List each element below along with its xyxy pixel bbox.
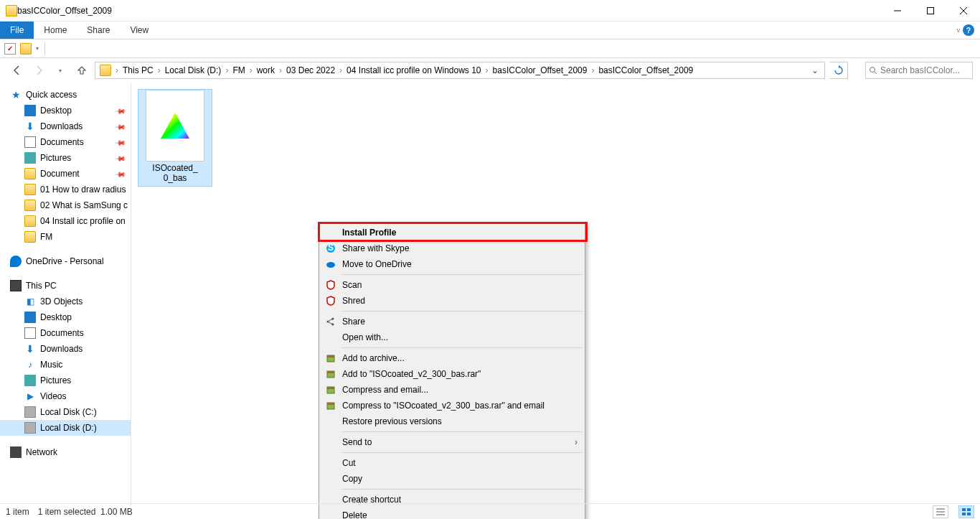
breadcrumb-segment[interactable]: 03 Dec 2022 (283, 65, 338, 75)
sidebar-item-videos[interactable]: ▶Videos (0, 388, 131, 404)
sidebar-quick-access[interactable]: ★ Quick access (0, 87, 131, 103)
view-details-button[interactable] (933, 505, 948, 518)
tab-view[interactable]: View (120, 22, 159, 39)
svg-rect-24 (962, 508, 966, 511)
chevron-right-icon[interactable]: › (338, 65, 344, 75)
sidebar-network[interactable]: Network (0, 444, 131, 460)
maximize-button[interactable] (914, 0, 947, 22)
tab-file[interactable]: File (0, 22, 34, 39)
menu-share-skype[interactable]: SShare with Skype (321, 240, 583, 256)
menu-compress-email[interactable]: Compress and email... (321, 382, 583, 398)
menu-send-to[interactable]: Send to› (321, 434, 583, 450)
chevron-right-icon[interactable]: › (114, 65, 120, 75)
menu-scan[interactable]: Scan (321, 277, 583, 293)
sidebar-item-documents[interactable]: Documents📌 (0, 134, 131, 150)
new-folder-qat-icon[interactable] (20, 43, 32, 55)
menu-cut[interactable]: Cut (321, 455, 583, 471)
menu-label: Install Profile (342, 228, 396, 238)
sidebar-item-label: Desktop (40, 106, 72, 116)
properties-qat-icon[interactable]: ✓ (4, 43, 16, 55)
nav-forward-button[interactable] (30, 62, 47, 79)
sidebar-item-label: Pictures (40, 153, 71, 163)
sidebar-item-folder[interactable]: 02 What is SamSung c (0, 197, 131, 213)
skype-icon: S (325, 243, 336, 254)
pictures-icon (24, 152, 36, 164)
breadcrumb-segment[interactable]: work (254, 65, 278, 75)
file-item-icc-profile[interactable]: ISOcoated_0_bas (138, 90, 212, 186)
breadcrumb-segment[interactable]: FM (230, 65, 248, 75)
search-input[interactable]: Search basICColor... (865, 62, 973, 79)
search-icon (869, 66, 877, 75)
nav-recent-dropdown[interactable]: ▾ (52, 62, 69, 79)
menu-install-profile[interactable]: Install Profile (321, 225, 583, 240)
file-label: ISOcoated_0_bas (138, 163, 212, 186)
breadcrumb-segment[interactable]: 04 Install icc profile on Windows 10 (344, 65, 484, 75)
menu-restore-versions[interactable]: Restore previous versions (321, 413, 583, 429)
winrar-icon (325, 384, 336, 396)
menu-open-with[interactable]: Open with... (321, 329, 583, 345)
menu-compress-rar-email[interactable]: Compress to "ISOcoated_v2_300_bas.rar" a… (321, 398, 583, 413)
breadcrumb-segment[interactable]: basICColor_Offset_2009 (595, 65, 696, 75)
3d-objects-icon: ◧ (24, 296, 36, 307)
folder-icon (6, 5, 17, 17)
menu-label: Compress and email... (342, 385, 428, 395)
menu-move-onedrive[interactable]: Move to OneDrive (321, 256, 583, 272)
sidebar-item-desktop[interactable]: Desktop📌 (0, 103, 131, 118)
chevron-right-icon[interactable]: › (248, 65, 254, 75)
view-icons-button[interactable] (958, 505, 974, 518)
sidebar-item-downloads[interactable]: ⬇Downloads📌 (0, 118, 131, 134)
sidebar-this-pc[interactable]: This PC (0, 278, 131, 294)
svg-rect-25 (967, 508, 971, 511)
sidebar-item-folder[interactable]: FM (0, 229, 131, 245)
svg-point-12 (332, 324, 334, 326)
sidebar-item-label: Downloads (40, 344, 83, 354)
svg-rect-14 (327, 355, 334, 357)
menu-add-archive[interactable]: Add to archive... (321, 350, 583, 366)
sidebar-item-drive-d[interactable]: Local Disk (D:) (0, 420, 131, 436)
breadcrumb[interactable]: › This PC › Local Disk (D:) › FM › work … (95, 62, 825, 79)
close-button[interactable] (947, 0, 980, 22)
sidebar-item-3d-objects[interactable]: ◧3D Objects (0, 294, 131, 309)
sidebar-item-desktop[interactable]: Desktop (0, 309, 131, 325)
sidebar-item-label: Document (40, 169, 80, 179)
minimize-button[interactable] (881, 0, 914, 22)
menu-shred[interactable]: Shred (321, 293, 583, 309)
sidebar-item-documents[interactable]: Documents (0, 325, 131, 341)
sidebar-item-drive-c[interactable]: Local Disk (C:) (0, 404, 131, 420)
sidebar-onedrive[interactable]: OneDrive - Personal (0, 253, 131, 269)
qat-dropdown-icon[interactable]: ▾ (36, 45, 39, 52)
sidebar-item-pictures[interactable]: Pictures (0, 373, 131, 388)
sidebar-item-pictures[interactable]: Pictures📌 (0, 150, 131, 166)
sidebar-item-document[interactable]: Document📌 (0, 166, 131, 182)
chevron-right-icon[interactable]: › (156, 65, 162, 75)
nav-up-button[interactable] (73, 62, 90, 79)
breadcrumb-dropdown-icon[interactable]: ⌄ (807, 65, 823, 75)
sidebar-item-folder[interactable]: 01 How to draw radius (0, 182, 131, 197)
help-button[interactable]: ? (963, 24, 974, 36)
breadcrumb-segment[interactable]: basICColor_Offset_2009 (490, 65, 590, 75)
pictures-icon (24, 375, 36, 386)
tab-share[interactable]: Share (77, 22, 120, 39)
menu-add-rar[interactable]: Add to "ISOcoated_v2_300_bas.rar" (321, 366, 583, 382)
sidebar-item-downloads[interactable]: ⬇Downloads (0, 341, 131, 357)
chevron-right-icon[interactable]: › (224, 65, 230, 75)
menu-copy[interactable]: Copy (321, 471, 583, 487)
sidebar-item-folder[interactable]: 04 Install icc profile on (0, 213, 131, 229)
sidebar-item-music[interactable]: ♪Music (0, 357, 131, 373)
breadcrumb-segment[interactable]: This PC (120, 65, 156, 75)
nav-back-button[interactable] (9, 62, 26, 79)
chevron-right-icon[interactable]: › (278, 65, 283, 75)
winrar-icon (325, 400, 336, 411)
breadcrumb-segment[interactable]: Local Disk (D:) (162, 65, 225, 75)
menu-share[interactable]: Share (321, 314, 583, 329)
sidebar-item-label: Documents (40, 328, 84, 338)
ribbon-expand-icon[interactable]: v (957, 27, 961, 34)
content-pane[interactable]: ISOcoated_0_bas Install Profile SShare w… (131, 83, 980, 506)
chevron-right-icon[interactable]: › (590, 65, 595, 75)
menu-label: Copy (342, 474, 362, 484)
refresh-button[interactable] (829, 62, 848, 79)
chevron-right-icon[interactable]: › (484, 65, 490, 75)
sidebar-item-label: 3D Objects (40, 296, 83, 307)
tab-home[interactable]: Home (34, 22, 77, 39)
folder-icon (24, 231, 36, 243)
